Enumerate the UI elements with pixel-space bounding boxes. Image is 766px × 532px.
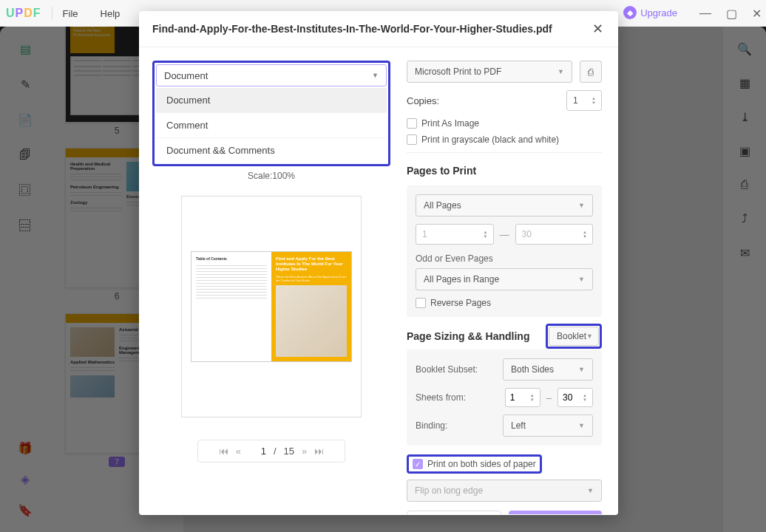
print-button[interactable]: Print: [509, 511, 602, 514]
close-button[interactable]: ✕: [590, 21, 605, 36]
preview-pager: ⏮ « / 15 » ⏭: [197, 440, 345, 463]
next-page-button[interactable]: »: [302, 446, 307, 457]
booklet-subset-label: Booklet Subset:: [416, 364, 489, 375]
page-separator: /: [274, 446, 277, 457]
page-range-select[interactable]: All Pages ▼: [416, 194, 593, 216]
close-icon[interactable]: ✕: [752, 7, 762, 21]
content-type-select[interactable]: Document ▼: [156, 64, 387, 86]
odd-even-label: Odd or Even Pages: [416, 253, 593, 264]
page-input[interactable]: [248, 446, 266, 457]
binding-label: Binding:: [416, 420, 489, 431]
page-range-value: All Pages: [424, 200, 461, 211]
print-both-sides-highlight: ✓ Print on both sides of paper: [407, 454, 542, 474]
pages-to-print-heading: Pages to Print: [407, 165, 602, 177]
upgrade-label: Upgrade: [640, 7, 677, 18]
sizing-mode-select[interactable]: Booklet ▼: [549, 327, 599, 346]
chevron-down-icon: ▼: [586, 332, 593, 340]
app-logo: UPDF: [6, 7, 41, 20]
dialog-header: Find-and-Apply-For-the-Best-Institutes-I…: [139, 11, 618, 47]
print-preview: Table of Contents Find and Apply For the…: [181, 196, 362, 417]
spin-down-icon[interactable]: ▼: [530, 398, 539, 402]
sizing-mode-value: Booklet: [557, 331, 586, 341]
page-sizing-section: Booklet Subset: Both Sides ▼ Sheets from…: [407, 349, 602, 446]
booklet-subset-value: Both Sides: [511, 364, 554, 375]
content-type-highlight: Document ▼ Document Comment Document && …: [152, 61, 390, 166]
chevron-down-icon: ▼: [557, 68, 564, 75]
cancel-button[interactable]: Cancel: [407, 511, 501, 514]
chevron-down-icon: ▼: [578, 422, 585, 429]
prev-page-button[interactable]: «: [236, 446, 241, 457]
spin-down-icon[interactable]: ▼: [592, 100, 600, 105]
page-sizing-heading: Page Sizing && Handling: [407, 330, 529, 342]
reverse-pages-label: Reverse Pages: [430, 298, 491, 308]
minimize-icon[interactable]: —: [699, 7, 711, 20]
print-both-sides-checkbox[interactable]: ✓: [413, 459, 423, 469]
content-type-dropdown: Document Comment Document && Comments: [156, 88, 387, 163]
preview-left-page: Table of Contents: [192, 252, 271, 361]
menu-help[interactable]: Help: [101, 8, 121, 19]
flip-select: Flip on long edge ▼: [407, 480, 602, 502]
divider: [52, 7, 52, 20]
content-type-value: Document: [164, 70, 208, 81]
sheets-dash: –: [546, 392, 552, 403]
reverse-pages-checkbox[interactable]: [416, 298, 426, 308]
odd-even-select[interactable]: All Pages in Range ▼: [416, 268, 593, 290]
printer-value: Microsoft Print to PDF: [415, 66, 501, 77]
range-from-input[interactable]: [416, 224, 494, 245]
binding-value: Left: [511, 420, 526, 431]
sheets-from-label: Sheets from:: [416, 392, 489, 403]
chevron-down-icon: ▼: [578, 276, 585, 283]
upgrade-icon: ◆: [623, 6, 637, 19]
window-controls: — ▢ ✕: [699, 0, 762, 27]
dropdown-item-both[interactable]: Document && Comments: [156, 137, 387, 163]
preview-right-page: Find and Apply For the Best Institutes I…: [271, 252, 351, 361]
menu-file[interactable]: File: [63, 8, 78, 19]
spin-down-icon[interactable]: ▼: [583, 234, 592, 239]
maximize-icon[interactable]: ▢: [726, 7, 737, 21]
dropdown-item-document[interactable]: Document: [156, 88, 387, 112]
scale-label: Scale:100%: [152, 171, 390, 181]
dialog-left-panel: Document ▼ Document Comment Document && …: [139, 47, 404, 514]
page-total: 15: [284, 446, 294, 457]
binding-select[interactable]: Left ▼: [503, 415, 593, 437]
print-as-image-checkbox[interactable]: [407, 118, 417, 129]
range-dash: —: [500, 229, 509, 240]
first-page-button[interactable]: ⏮: [219, 446, 228, 457]
last-page-button[interactable]: ⏭: [314, 446, 324, 457]
upgrade-link[interactable]: ◆ Upgrade: [623, 6, 677, 19]
print-both-sides-label: Print on both sides of paper: [427, 459, 536, 469]
dialog-right-panel: Microsoft Print to PDF ▼ ⎙ Copies: ▲▼ Pr…: [404, 47, 618, 514]
chevron-down-icon: ▼: [578, 366, 585, 373]
odd-even-value: All Pages in Range: [424, 274, 499, 284]
flip-value: Flip on long edge: [415, 485, 483, 496]
printer-select[interactable]: Microsoft Print to PDF ▼: [407, 61, 572, 83]
copies-label: Copies:: [407, 95, 439, 106]
range-to-input[interactable]: [515, 224, 594, 245]
print-grayscale-label: Print in grayscale (black and white): [421, 134, 559, 145]
sizing-mode-highlight: Booklet ▼: [546, 324, 602, 349]
dropdown-item-comment[interactable]: Comment: [156, 112, 387, 137]
spin-down-icon[interactable]: ▼: [484, 234, 492, 239]
printer-settings-button[interactable]: ⎙: [580, 61, 602, 83]
spin-down-icon[interactable]: ▼: [583, 398, 592, 402]
pages-to-print-section: All Pages ▼ ▲▼ — ▲▼ Odd or Even Pages: [407, 185, 602, 317]
chevron-down-icon: ▼: [372, 72, 379, 79]
chevron-down-icon: ▼: [578, 202, 585, 209]
dialog-title: Find-and-Apply-For-the-Best-Institutes-I…: [152, 23, 552, 35]
print-grayscale-checkbox[interactable]: [407, 134, 417, 145]
booklet-subset-select[interactable]: Both Sides ▼: [503, 358, 593, 381]
print-as-image-label: Print As Image: [421, 118, 479, 129]
print-dialog: Find-and-Apply-For-the-Best-Institutes-I…: [139, 11, 618, 515]
chevron-down-icon: ▼: [587, 487, 594, 494]
